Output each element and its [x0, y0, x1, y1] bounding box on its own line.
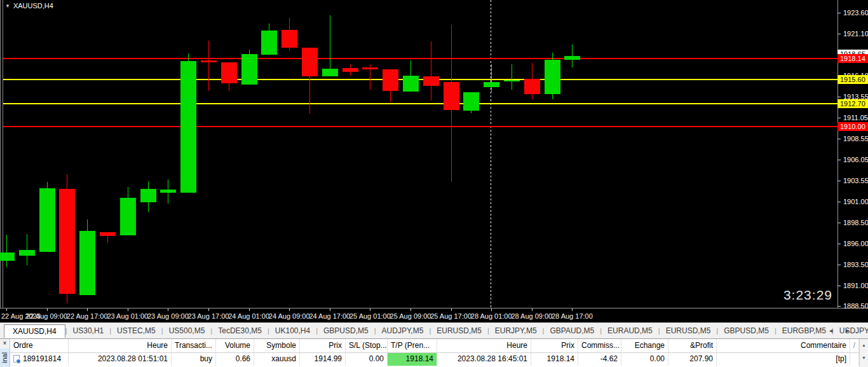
column-header-prix[interactable]: Prix: [300, 339, 346, 352]
price-axis-label: 1888.50: [843, 302, 868, 310]
tab-tecde30-m5[interactable]: TecDE30,M5: [212, 324, 268, 337]
candle-up: [79, 231, 95, 295]
tab-ustec-m5[interactable]: USTEC,M5: [111, 324, 161, 337]
terminal-sidebar-tab[interactable]: inal: [0, 349, 10, 367]
time-axis-label: 23 Aug 01:00: [107, 312, 148, 320]
price-tick: [837, 286, 841, 286]
tab-xauusd-h4[interactable]: XAUUSD,H4: [4, 324, 65, 338]
price-tag: 1918.14: [837, 54, 868, 63]
candle-up: [19, 250, 35, 256]
column-header-transacti[interactable]: Transacti...: [172, 339, 216, 352]
time-tick: [572, 308, 573, 311]
candle-up: [484, 82, 499, 87]
column-header-heure[interactable]: Heure: [437, 339, 531, 352]
column-header-echange[interactable]: Echange: [621, 339, 668, 352]
column-header-heure[interactable]: Heure: [69, 339, 172, 352]
candle-up: [241, 54, 257, 85]
tab-gbpusd-m5[interactable]: GBPUSD,M5: [718, 324, 775, 337]
tab-uk100-h4[interactable]: UK100,H4: [269, 324, 316, 337]
terminal-sidebar: × inal: [0, 339, 10, 367]
price-tick: [837, 223, 841, 223]
terminal-panel: × inal OrdreHeureTransacti...VolumeSymbo…: [0, 338, 868, 367]
scroll-up-icon[interactable]: ▲: [860, 339, 868, 352]
column-header-prix[interactable]: Prix: [531, 339, 578, 352]
column-header-resize[interactable]: /: [850, 339, 859, 352]
orders-table-header: OrdreHeureTransacti...VolumeSymbolePrixS…: [10, 339, 859, 353]
price-tick: [837, 13, 841, 13]
candle-down: [302, 48, 318, 76]
tabbar-scroll-arrows: ◄ ►: [828, 328, 850, 334]
candle-wick: [431, 41, 431, 100]
table-scrollbar[interactable]: ▲ ▼: [859, 339, 868, 367]
tabbar-scroll-left-icon[interactable]: ◄: [828, 328, 834, 334]
order-cell: 1914.99: [300, 353, 346, 366]
tab-gbpusd-m5[interactable]: GBPUSD,M5: [318, 324, 374, 337]
scroll-down-icon[interactable]: ▼: [860, 352, 868, 364]
time-axis-label: 23 Aug 17:00: [188, 312, 229, 320]
tabbar-scroll-right-icon[interactable]: ►: [844, 328, 850, 334]
tab-us500-m5[interactable]: US500,M5: [163, 324, 211, 337]
tab-audjpy-m5[interactable]: AUDJPY,M5: [376, 324, 430, 337]
column-header-volume[interactable]: Volume: [216, 339, 254, 352]
chart-clock: 3:23:29: [783, 287, 832, 303]
price-tag: 1915.60: [837, 75, 868, 84]
time-tick: [491, 308, 492, 311]
tab-us30-h1[interactable]: US30,H1: [67, 324, 110, 337]
tab-euraud-m5[interactable]: EURAUD,M5: [602, 324, 658, 337]
tab-eurusd-m5[interactable]: EURUSD,M5: [660, 324, 717, 337]
close-icon[interactable]: ×: [0, 339, 10, 349]
symbol-timeframe-label: XAUUSD,H4: [13, 2, 53, 10]
price-tick: [837, 244, 841, 244]
tab-gbpaud-m5[interactable]: GBPAUD,M5: [544, 324, 600, 337]
column-header-commentaire[interactable]: Commentaire: [717, 339, 850, 352]
candle-wick: [512, 64, 512, 90]
column-header-commiss[interactable]: Commiss...: [578, 339, 621, 352]
column-header-slstop[interactable]: S/L (Stop...: [346, 339, 388, 352]
candle-down: [201, 60, 217, 62]
price-line[interactable]: [3, 103, 837, 104]
price-tag: 1912.70: [837, 99, 868, 108]
price-axis-label: 1921.10: [843, 30, 868, 38]
candle-up: [463, 92, 479, 111]
candle-wick: [208, 41, 209, 91]
candle-wick: [6, 235, 7, 267]
price-line[interactable]: [3, 79, 837, 80]
orders-table: OrdreHeureTransacti...VolumeSymbolePrixS…: [10, 339, 859, 367]
chart-panel[interactable]: ▼ XAUUSD,H4 3:23:29 1923.601921.101918.6…: [0, 0, 868, 322]
window-left-border: [0, 0, 3, 308]
order-id-cell: 189191814: [10, 353, 69, 366]
candle-wick: [491, 64, 492, 92]
mt4-window: ▼ XAUUSD,H4 3:23:29 1923.601921.101918.6…: [0, 0, 868, 367]
candle-up: [180, 61, 196, 193]
price-tick: [837, 139, 841, 139]
column-header-profit[interactable]: &Profit: [668, 339, 717, 352]
price-axis-label: 1908.55: [843, 135, 868, 142]
column-header-ordre[interactable]: Ordre: [10, 339, 69, 352]
time-tick: [6, 308, 7, 311]
price-tick: [837, 202, 841, 202]
price-axis-label: 1901.00: [843, 198, 868, 205]
column-header-tppren[interactable]: T/P (Pren...: [388, 339, 437, 352]
price-tag: 1910.00: [837, 122, 868, 131]
time-axis-label: 25 Aug 09:00: [390, 312, 431, 320]
price-axis-label: 1896.00: [843, 240, 868, 247]
table-row[interactable]: 1891918142023.08.28 01:51:01buy0.66xauus…: [10, 353, 859, 366]
time-axis-border: [0, 308, 868, 308]
time-axis-label: 28 Aug 17:00: [552, 312, 593, 320]
order-cell: xauusd: [254, 353, 300, 366]
tab-eurjpy-m5[interactable]: EURJPY,M5: [489, 324, 543, 337]
time-axis-label: 22 Aug 17:00: [67, 312, 108, 320]
time-tick: [47, 308, 48, 311]
price-line[interactable]: [3, 58, 837, 59]
time-axis-label: 28 Aug 09:00: [511, 312, 552, 320]
time-axis-label: 24 Aug 09:00: [269, 312, 310, 320]
price-axis-label: 1893.50: [843, 261, 868, 268]
tab-eurusd-m5[interactable]: EURUSD,M5: [431, 324, 487, 337]
tab-eurgbp-m5[interactable]: EURGBP,M5: [776, 324, 832, 337]
candle-down: [444, 82, 459, 109]
column-header-symbole[interactable]: Symbole: [254, 339, 300, 352]
price-axis-label: 1911.05: [843, 114, 868, 121]
time-tick: [168, 308, 168, 311]
price-line[interactable]: [3, 126, 837, 127]
time-axis-label: 22 Aug 09:00: [26, 312, 67, 320]
